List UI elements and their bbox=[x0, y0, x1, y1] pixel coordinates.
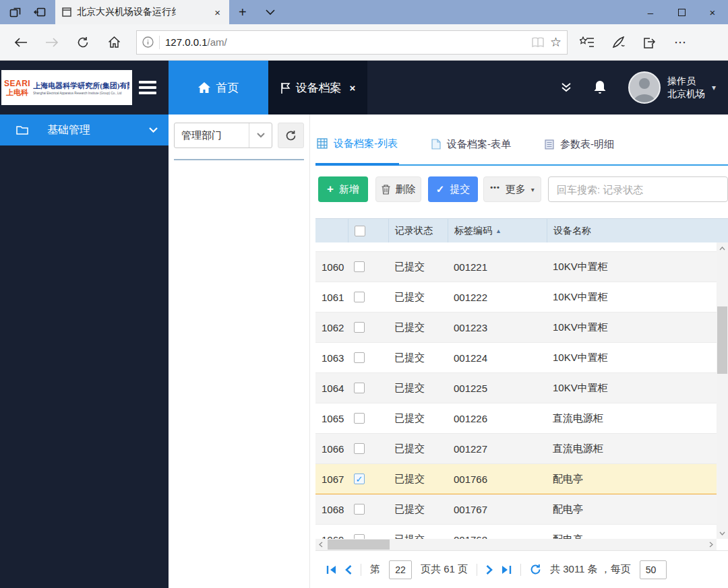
row-checkbox[interactable] bbox=[354, 534, 365, 539]
table-row[interactable]: 1069 已提交 001768 配电亭 bbox=[315, 525, 717, 539]
add-button[interactable]: + 新增 bbox=[318, 176, 368, 202]
notification-bell-icon[interactable] bbox=[593, 80, 607, 95]
row-checkbox[interactable] bbox=[354, 413, 365, 424]
header-checkbox[interactable] bbox=[348, 219, 388, 242]
reading-view-icon[interactable] bbox=[531, 37, 545, 48]
per-page-input[interactable] bbox=[640, 560, 667, 579]
tab-device-list[interactable]: 设备档案-列表 bbox=[315, 124, 399, 166]
page-number-input[interactable] bbox=[389, 560, 412, 579]
horizontal-scrollbar[interactable] bbox=[315, 539, 717, 550]
row-checkbox-cell[interactable] bbox=[348, 292, 388, 302]
select-chevron-icon bbox=[249, 123, 272, 148]
site-info-icon[interactable] bbox=[142, 36, 154, 48]
home-icon[interactable] bbox=[100, 29, 128, 56]
pager-refresh-icon[interactable] bbox=[530, 564, 541, 575]
tree-refresh-button[interactable] bbox=[278, 123, 304, 148]
annotate-pen-icon[interactable] bbox=[612, 36, 626, 48]
address-bar[interactable]: 127.0.0.1/am/ ☆ bbox=[136, 30, 568, 55]
browser-tab[interactable]: 北京大兴机场设备运行纟 × bbox=[55, 0, 229, 24]
row-checkbox-cell[interactable] bbox=[348, 322, 388, 333]
row-checkbox-cell[interactable] bbox=[348, 352, 388, 363]
table-row[interactable]: 1067 ✓ 已提交 001766 配电亭 bbox=[315, 464, 717, 494]
nav-tab-device-archive[interactable]: 设备档案 × bbox=[268, 61, 367, 115]
cell-record-status: 已提交 bbox=[388, 533, 448, 540]
favorites-hub-icon[interactable] bbox=[580, 36, 595, 48]
row-checkbox-cell[interactable]: ✓ bbox=[348, 473, 388, 484]
next-page-icon[interactable] bbox=[486, 565, 493, 575]
first-page-icon[interactable] bbox=[326, 565, 336, 575]
tab-device-form[interactable]: 设备档案-表单 bbox=[430, 124, 512, 164]
tab-parameter-detail[interactable]: 参数表-明细 bbox=[543, 124, 615, 164]
user-menu[interactable]: 操作员 北京机场 ▾ bbox=[628, 71, 716, 104]
close-tab-icon[interactable]: × bbox=[350, 82, 356, 94]
table-row[interactable]: 1065 已提交 001226 直流电源柜 bbox=[315, 403, 717, 434]
refresh-icon[interactable] bbox=[69, 29, 97, 56]
prev-page-icon[interactable] bbox=[345, 565, 352, 575]
row-checkbox-cell[interactable] bbox=[348, 534, 388, 539]
table-row[interactable]: 1063 已提交 001224 10KV中置柜 bbox=[315, 343, 717, 373]
header-device-name[interactable]: 设备名称 bbox=[547, 219, 728, 242]
table-row[interactable]: 1061 已提交 001222 10KV中置柜 bbox=[315, 282, 717, 313]
sidebar-item-basic-management[interactable]: 基础管理 bbox=[0, 115, 169, 145]
table-row[interactable]: 1064 已提交 001225 10KV中置柜 bbox=[315, 373, 717, 403]
row-checkbox-cell[interactable] bbox=[348, 443, 388, 454]
url-text[interactable]: 127.0.0.1/am/ bbox=[165, 36, 526, 48]
window-maximize-button[interactable] bbox=[666, 0, 697, 24]
scroll-left-icon[interactable] bbox=[315, 542, 326, 548]
ellipsis-icon: ••• bbox=[490, 183, 500, 191]
share-icon[interactable] bbox=[643, 36, 657, 48]
nav-tab-home[interactable]: 首页 bbox=[169, 61, 268, 115]
table-row[interactable]: 1066 已提交 001227 直流电源柜 bbox=[315, 434, 717, 464]
tab-list-icon[interactable] bbox=[256, 0, 284, 24]
more-menu-icon[interactable]: ⋯ bbox=[674, 35, 687, 50]
back-icon[interactable] bbox=[7, 29, 35, 56]
horizontal-scroll-thumb[interactable] bbox=[328, 540, 390, 550]
table-row[interactable]: 1062 已提交 001223 10KV中置柜 bbox=[315, 313, 717, 343]
vertical-scrollbar[interactable] bbox=[717, 242, 728, 539]
tab-close-icon[interactable]: × bbox=[212, 7, 222, 18]
grid-toolbar: + 新增 删除 ✓ 提交 ••• 更多 bbox=[318, 176, 728, 202]
cell-tag-code: 001221 bbox=[448, 261, 547, 273]
header-record-status[interactable]: 记录状态 bbox=[388, 219, 448, 242]
forward-icon[interactable] bbox=[38, 29, 66, 56]
header-tag-code[interactable]: 标签编码▲ bbox=[448, 219, 547, 242]
hamburger-menu-icon[interactable] bbox=[139, 78, 156, 97]
department-select[interactable]: 管理部门 bbox=[174, 123, 272, 148]
more-button[interactable]: ••• 更多 ▾ bbox=[483, 176, 541, 202]
new-tab-button[interactable]: + bbox=[229, 0, 256, 24]
cell-tag-code: 001227 bbox=[448, 443, 547, 455]
set-tabs-aside-icon[interactable] bbox=[32, 5, 47, 20]
row-checkbox[interactable] bbox=[354, 383, 365, 393]
collapse-tabs-icon[interactable] bbox=[561, 83, 572, 92]
scroll-up-icon[interactable] bbox=[717, 242, 728, 254]
row-checkbox[interactable] bbox=[354, 292, 365, 302]
row-checkbox-cell[interactable] bbox=[348, 504, 388, 515]
window-minimize-button[interactable]: – bbox=[635, 0, 666, 24]
row-checkbox-cell[interactable] bbox=[348, 413, 388, 424]
favorite-star-icon[interactable]: ☆ bbox=[550, 36, 562, 48]
scroll-down-icon[interactable] bbox=[717, 527, 728, 539]
row-number: 1069 bbox=[315, 534, 348, 540]
row-checkbox-cell[interactable] bbox=[348, 261, 388, 272]
row-checkbox[interactable] bbox=[354, 352, 365, 363]
submit-button[interactable]: ✓ 提交 bbox=[428, 176, 478, 202]
row-checkbox-cell[interactable] bbox=[348, 383, 388, 393]
window-close-button[interactable]: × bbox=[697, 0, 728, 24]
cell-tag-code: 001222 bbox=[448, 292, 547, 303]
last-page-icon[interactable] bbox=[502, 565, 512, 575]
table-row[interactable]: 1068 已提交 001767 配电亭 bbox=[315, 494, 717, 525]
row-checkbox[interactable] bbox=[354, 261, 365, 272]
vertical-scroll-thumb[interactable] bbox=[717, 306, 727, 374]
delete-button[interactable]: 删除 bbox=[375, 176, 421, 202]
flag-icon bbox=[280, 82, 291, 94]
table-row[interactable]: 1060 已提交 001221 10KV中置柜 bbox=[315, 252, 717, 282]
browser-titlebar: 北京大兴机场设备运行纟 × + – × bbox=[0, 0, 728, 24]
tab-preview-icon[interactable] bbox=[8, 5, 23, 20]
row-checkbox[interactable]: ✓ bbox=[354, 473, 365, 484]
row-checkbox[interactable] bbox=[354, 504, 365, 515]
scroll-right-icon[interactable] bbox=[706, 542, 717, 548]
row-checkbox[interactable] bbox=[354, 322, 365, 333]
row-checkbox[interactable] bbox=[354, 443, 365, 454]
search-input[interactable] bbox=[548, 176, 728, 202]
table-row[interactable]: 1059 已提交 001220 10KV中置柜 bbox=[315, 242, 717, 252]
